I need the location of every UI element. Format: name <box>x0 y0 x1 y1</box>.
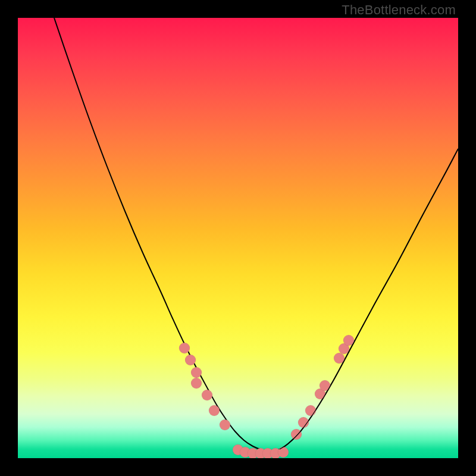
marker-dots-group <box>179 335 354 458</box>
marker-dot <box>191 367 202 378</box>
marker-dot <box>202 390 212 400</box>
marker-dot <box>291 429 302 440</box>
marker-dot <box>220 419 230 430</box>
chart-frame <box>18 18 458 458</box>
bottleneck-curve-right <box>280 149 458 449</box>
marker-dot <box>185 355 196 365</box>
marker-dot <box>334 353 345 364</box>
marker-dot <box>343 335 354 346</box>
marker-dot <box>278 447 289 458</box>
marker-dot <box>209 405 220 416</box>
plot-area <box>18 18 458 458</box>
marker-dot <box>305 405 316 416</box>
curve-layer <box>18 18 458 458</box>
marker-dot <box>191 378 202 389</box>
marker-dot <box>179 343 190 353</box>
watermark-text: TheBottleneck.com <box>342 2 456 18</box>
bottleneck-curve <box>54 18 458 451</box>
